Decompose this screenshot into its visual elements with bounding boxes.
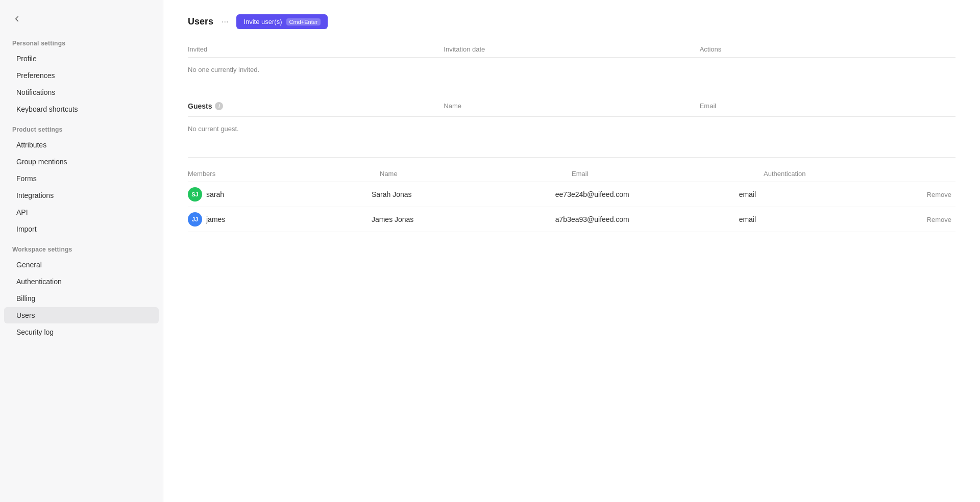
sidebar-item-authentication[interactable]: Authentication [4, 273, 159, 290]
sidebar-item-general[interactable]: General [4, 257, 159, 273]
guests-section: Guests i Name Email No current guest. [188, 98, 955, 141]
invited-table-header: Invited Invitation date Actions [188, 41, 955, 58]
page-title: Users [188, 16, 213, 27]
member-auth: email [739, 190, 756, 198]
sidebar-item-security-log[interactable]: Security log [4, 324, 159, 340]
members-col-name: Name [380, 170, 572, 178]
member-name: James Jonas [372, 215, 413, 223]
product-settings-label: Product settings [0, 118, 163, 136]
invited-section: Invited Invitation date Actions No one c… [188, 41, 955, 82]
members-table-header: Members Name Email Authentication [188, 166, 955, 182]
sidebar-item-preferences[interactable]: Preferences [4, 67, 159, 84]
avatar: JJ [188, 212, 202, 227]
invited-col-invited: Invited [188, 45, 444, 53]
member-email: a7b3ea93@uifeed.com [555, 215, 629, 223]
member-auth-cell: email [739, 215, 923, 223]
members-col-email: Email [572, 170, 764, 178]
member-email: ee73e24b@uifeed.com [555, 190, 629, 198]
invited-empty-message: No one currently invited. [188, 58, 955, 82]
invite-shortcut: Cmd+Enter [286, 18, 321, 26]
member-name: Sarah Jonas [372, 190, 412, 198]
section-divider [188, 157, 955, 158]
guests-table-header: Guests i Name Email [188, 98, 955, 117]
guests-label: Guests i [188, 102, 444, 110]
remove-member-button[interactable]: Remove [923, 189, 955, 200]
member-email-cell: a7b3ea93@uifeed.com [555, 215, 739, 223]
sidebar-item-keyboard-shortcuts[interactable]: Keyboard shortcuts [4, 101, 159, 117]
main-content: Users ··· Invite user(s) Cmd+Enter Invit… [163, 0, 980, 502]
member-username-cell: JJ james [188, 212, 372, 227]
members-col-members: Members [188, 170, 380, 178]
sidebar-item-billing[interactable]: Billing [4, 290, 159, 307]
invited-col-actions: Actions [700, 45, 955, 53]
back-button[interactable] [0, 10, 163, 32]
table-row: SJ sarah Sarah Jonas ee73e24b@uifeed.com… [188, 182, 955, 207]
workspace-settings-label: Workspace settings [0, 238, 163, 256]
members-col-auth: Authentication [764, 170, 955, 178]
sidebar-item-api[interactable]: API [4, 204, 159, 220]
guests-col-name: Name [444, 102, 699, 112]
guests-col-email: Email [700, 102, 955, 112]
member-actions-cell: Remove [923, 189, 955, 200]
member-name-cell: Sarah Jonas [372, 190, 555, 198]
member-actions-cell: Remove [923, 214, 955, 225]
table-row: JJ james James Jonas a7b3ea93@uifeed.com… [188, 207, 955, 232]
member-name-cell: James Jonas [372, 215, 555, 223]
sidebar: Personal settings Profile Preferences No… [0, 0, 163, 502]
member-auth: email [739, 215, 756, 223]
personal-settings-label: Personal settings [0, 32, 163, 50]
sidebar-item-forms[interactable]: Forms [4, 170, 159, 187]
guests-empty-message: No current guest. [188, 117, 955, 141]
member-username: james [206, 215, 225, 223]
member-auth-cell: email [739, 190, 923, 198]
member-email-cell: ee73e24b@uifeed.com [555, 190, 739, 198]
guests-info-icon[interactable]: i [215, 102, 223, 110]
member-username: sarah [206, 190, 224, 198]
remove-member-button[interactable]: Remove [923, 214, 955, 225]
invite-users-button[interactable]: Invite user(s) Cmd+Enter [236, 14, 328, 29]
member-username-cell: SJ sarah [188, 187, 372, 202]
sidebar-item-profile[interactable]: Profile [4, 51, 159, 67]
sidebar-item-attributes[interactable]: Attributes [4, 137, 159, 153]
page-header: Users ··· Invite user(s) Cmd+Enter [188, 14, 955, 29]
more-options-button[interactable]: ··· [218, 16, 231, 28]
sidebar-item-users[interactable]: Users [4, 307, 159, 323]
sidebar-item-group-mentions[interactable]: Group mentions [4, 154, 159, 170]
sidebar-item-import[interactable]: Import [4, 221, 159, 237]
avatar: SJ [188, 187, 202, 202]
members-section: Members Name Email Authentication SJ sar… [188, 166, 955, 232]
sidebar-item-integrations[interactable]: Integrations [4, 187, 159, 204]
invited-col-date: Invitation date [444, 45, 699, 53]
sidebar-item-notifications[interactable]: Notifications [4, 84, 159, 101]
